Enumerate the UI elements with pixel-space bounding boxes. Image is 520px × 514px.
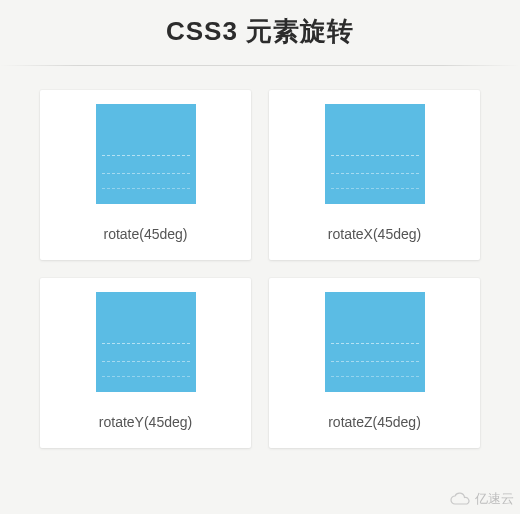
- demo-card-rotate: rotate(45deg): [40, 90, 251, 260]
- demo-caption: rotate(45deg): [103, 226, 187, 242]
- cloud-icon: [449, 492, 471, 506]
- watermark: 亿速云: [449, 490, 514, 508]
- demo-caption: rotateY(45deg): [99, 414, 192, 430]
- demo-box: [325, 104, 425, 204]
- demo-card-rotatex: rotateX(45deg): [269, 90, 480, 260]
- demo-card-rotatez: rotateZ(45deg): [269, 278, 480, 448]
- demo-box: [96, 292, 196, 392]
- demo-grid: rotate(45deg) rotateX(45deg) rotateY(45d…: [0, 66, 520, 468]
- demo-box: [325, 292, 425, 392]
- page-title: CSS3 元素旋转: [0, 14, 520, 49]
- demo-card-rotatey: rotateY(45deg): [40, 278, 251, 448]
- demo-caption: rotateX(45deg): [328, 226, 421, 242]
- demo-caption: rotateZ(45deg): [328, 414, 421, 430]
- demo-box: [96, 104, 196, 204]
- title-bar: CSS3 元素旋转: [0, 0, 520, 66]
- watermark-text: 亿速云: [475, 490, 514, 508]
